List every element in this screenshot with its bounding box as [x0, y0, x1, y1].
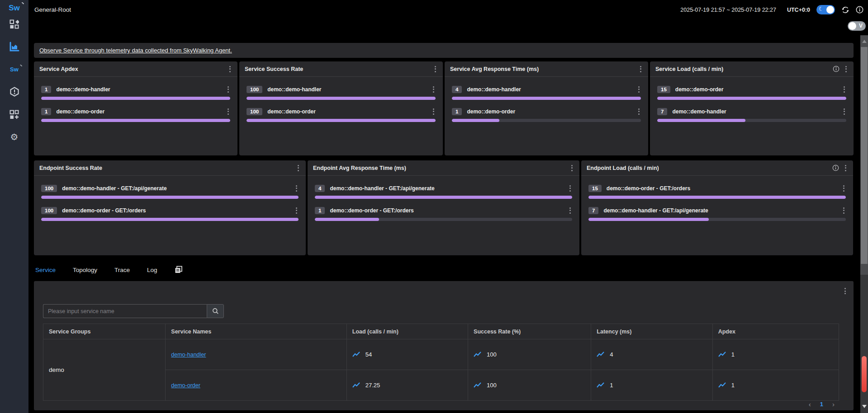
row-menu-button[interactable] — [842, 206, 846, 215]
panel-menu-button[interactable] — [843, 286, 847, 296]
metric-bar-track — [41, 218, 299, 221]
metric-label[interactable]: demo::demo-order - GET:/orders — [607, 185, 842, 192]
trend-icon — [597, 382, 604, 388]
value-badge: 7 — [657, 108, 667, 115]
value-badge: 1 — [315, 207, 325, 214]
chart-icon — [9, 42, 19, 52]
metric-row: 1 demo::demo-order — [452, 107, 641, 122]
tab-trace[interactable]: Trace — [114, 267, 130, 273]
service-link[interactable]: demo-order — [171, 382, 200, 389]
version-toggle[interactable]: V — [848, 21, 866, 31]
metric-label[interactable]: demo::demo-order — [675, 86, 842, 93]
metric-label[interactable]: demo::demo-order — [56, 108, 226, 115]
metric-label[interactable]: demo::demo-handler — [467, 86, 637, 93]
tab-topology[interactable]: Topology — [73, 267, 97, 273]
time-range[interactable]: 2025-07-19 21:57 ~ 2025-07-19 22:27 — [680, 7, 776, 13]
search-input[interactable] — [43, 304, 207, 318]
metric-card: Service Apdex 1 demo::demo-handler — [34, 61, 237, 155]
metric-label[interactable]: demo::demo-handler — [56, 86, 226, 93]
card-menu-button[interactable] — [570, 164, 574, 173]
metric-bar-fill — [41, 97, 230, 100]
metric-label[interactable]: demo::demo-order — [467, 108, 637, 115]
metric-label[interactable]: demo::demo-handler - GET:/api/generate — [62, 185, 294, 192]
sidebar-item-alerting[interactable] — [0, 80, 28, 103]
card-menu-button[interactable] — [844, 65, 848, 74]
info-icon[interactable] — [833, 66, 840, 72]
scrollbar-thumb-red[interactable] — [862, 356, 867, 392]
prev-page-button[interactable]: ‹ — [809, 400, 811, 408]
value-badge: 100 — [247, 86, 262, 93]
trend-icon — [718, 352, 726, 357]
row-menu-button[interactable] — [637, 107, 641, 116]
refresh-button[interactable] — [841, 6, 849, 14]
sidebar: Sw Sw — [0, 0, 28, 413]
tab-log[interactable]: Log — [147, 267, 157, 273]
metric-label[interactable]: demo::demo-order - GET:/orders — [330, 207, 568, 214]
card-header: Service Apdex — [34, 61, 237, 77]
sidebar-item-metrics-active[interactable] — [0, 35, 28, 58]
banner: Observe Service through telemetry data c… — [34, 43, 854, 58]
metric-bar-track — [41, 196, 299, 199]
card-menu-button[interactable] — [296, 164, 300, 173]
current-page[interactable]: 1 — [820, 401, 823, 408]
metric-card: Service Success Rate 100 demo::demo-hand… — [239, 61, 443, 155]
next-page-button[interactable]: › — [832, 400, 835, 408]
row-menu-button[interactable] — [637, 85, 641, 94]
scroll-down-arrow[interactable] — [862, 405, 867, 408]
sidebar-item-skywalking[interactable]: Sw — [0, 58, 28, 80]
metric-bar-track — [657, 97, 846, 100]
row-menu-button[interactable] — [294, 184, 299, 193]
sidebar-item-settings[interactable]: ⚙ — [0, 126, 28, 148]
row-menu-button[interactable] — [226, 85, 230, 94]
metric-label[interactable]: demo::demo-order - GET:/orders — [62, 207, 294, 214]
metric-row: 1 demo::demo-handler — [41, 84, 230, 100]
metric-row: 100 demo::demo-handler — [247, 84, 436, 100]
trend-icon — [474, 382, 481, 388]
card-menu-button[interactable] — [639, 65, 643, 74]
info-button[interactable] — [856, 6, 863, 14]
metric-label[interactable]: demo::demo-handler — [672, 108, 842, 115]
tab-service[interactable]: Service — [35, 267, 56, 273]
metric-bar-track — [588, 218, 846, 221]
metric-bar-fill — [315, 218, 379, 221]
banner-link[interactable]: Observe Service through telemetry data c… — [39, 47, 232, 54]
card-header: Service Success Rate — [239, 61, 443, 77]
skywalking-logo: Sw — [9, 4, 20, 13]
card-menu-button[interactable] — [228, 65, 232, 74]
metric-label[interactable]: demo::demo-handler — [267, 86, 432, 93]
service-link[interactable]: demo-handler — [171, 352, 206, 358]
metric-bar-track — [41, 97, 230, 100]
scrollbar-thumb[interactable] — [861, 47, 868, 264]
row-menu-button[interactable] — [842, 107, 846, 116]
metric-card: Service Avg Response Time (ms) 4 demo::d… — [445, 61, 648, 155]
value-badge: 4 — [315, 185, 325, 192]
info-icon[interactable] — [832, 164, 839, 171]
trend-icon — [352, 352, 360, 357]
row-menu-button[interactable] — [568, 206, 572, 215]
sidebar-item-dashboards[interactable] — [0, 13, 28, 35]
scrollbar-track[interactable] — [860, 275, 868, 413]
metric-label[interactable]: demo::demo-handler - GET:/api/generate — [330, 185, 568, 192]
metric-bar-track — [452, 97, 641, 100]
value-badge: 15 — [657, 86, 670, 93]
service-table: Service Groups Service Names Load (calls… — [43, 324, 839, 401]
metric-row: 7 demo::demo-handler - GET:/api/generate — [588, 206, 846, 221]
scroll-up-arrow[interactable] — [862, 40, 867, 43]
sidebar-item-marketplace[interactable] — [0, 103, 28, 126]
metric-label[interactable]: demo::demo-handler - GET:/api/generate — [603, 207, 842, 214]
row-menu-button[interactable] — [432, 107, 436, 116]
copy-dashboard-icon[interactable] — [175, 266, 183, 274]
search-button[interactable] — [207, 304, 224, 318]
metric-label[interactable]: demo::demo-order — [267, 108, 432, 115]
row-menu-button[interactable] — [432, 85, 436, 94]
row-menu-button[interactable] — [842, 85, 846, 94]
dark-mode-toggle[interactable]: ☾ — [816, 5, 835, 14]
row-menu-button[interactable] — [294, 206, 299, 215]
card-menu-button[interactable] — [433, 65, 437, 74]
timezone-label[interactable]: UTC+0:0 — [787, 7, 810, 13]
card-menu-button[interactable] — [844, 164, 848, 173]
row-menu-button[interactable] — [842, 184, 846, 193]
row-menu-button[interactable] — [226, 107, 230, 116]
row-menu-button[interactable] — [568, 184, 572, 193]
metric-bar-fill — [588, 218, 709, 221]
